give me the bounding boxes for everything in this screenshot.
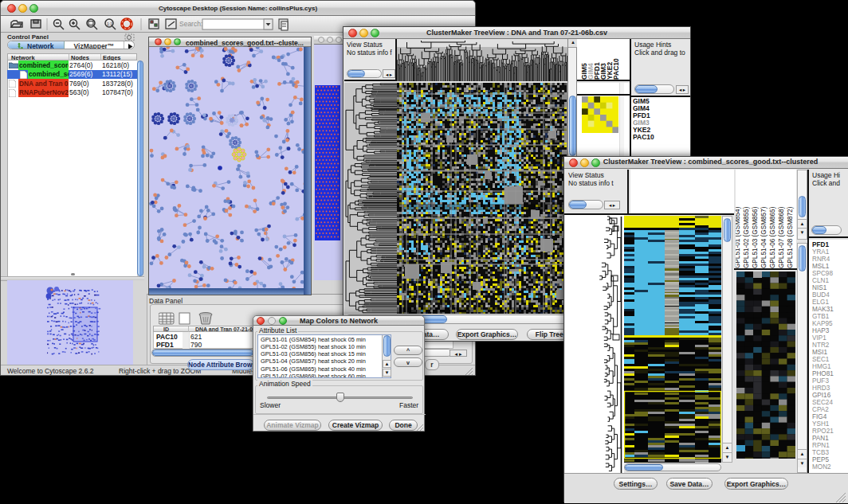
svg-text:GPL51-01 (GSM854): GPL51-01 (GSM854)	[736, 206, 741, 268]
svg-text:PAC10: PAC10	[612, 58, 620, 80]
svg-text:GPL51-03 (GSM856): GPL51-03 (GSM856)	[752, 206, 759, 268]
svg-text:Search:: Search:	[179, 20, 202, 28]
svg-text:GPL51-07 (GSM868): GPL51-07 (GSM868)	[778, 206, 785, 268]
svg-text:GPL51-02 (GSM855): GPL51-02 (GSM855)	[743, 206, 750, 268]
svg-text:GPL51-04 (GSM857): GPL51-04 (GSM857)	[760, 206, 768, 268]
svg-text:GPL51-06 (GSM865): GPL51-06 (GSM865)	[769, 206, 776, 268]
svg-text:GPL51-08 (GSM872): GPL51-08 (GSM872)	[787, 206, 794, 268]
svg-text:1:1: 1:1	[107, 21, 112, 26]
